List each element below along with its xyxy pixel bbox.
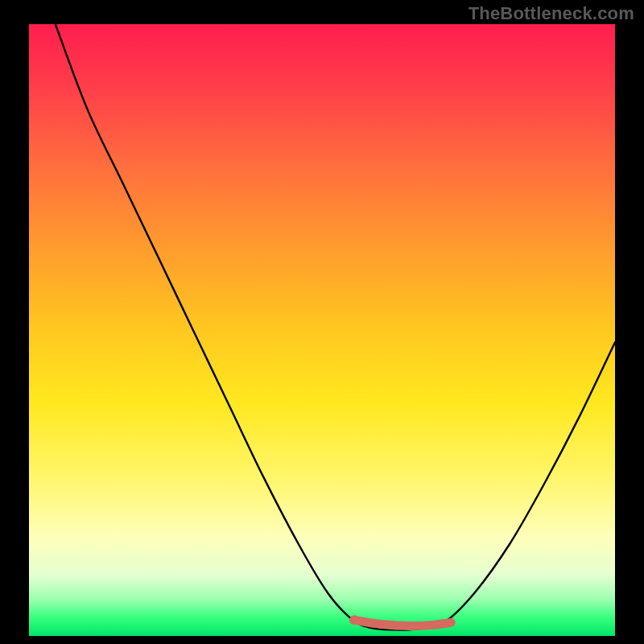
bottleneck-curve	[56, 24, 615, 630]
sweet-spot-start-marker	[349, 615, 359, 625]
sweet-spot-range	[354, 620, 451, 625]
plot-area	[29, 24, 615, 636]
curve-layer	[29, 24, 615, 636]
watermark-label: TheBottleneck.com	[469, 3, 634, 24]
chart-frame: TheBottleneck.com	[0, 0, 644, 644]
